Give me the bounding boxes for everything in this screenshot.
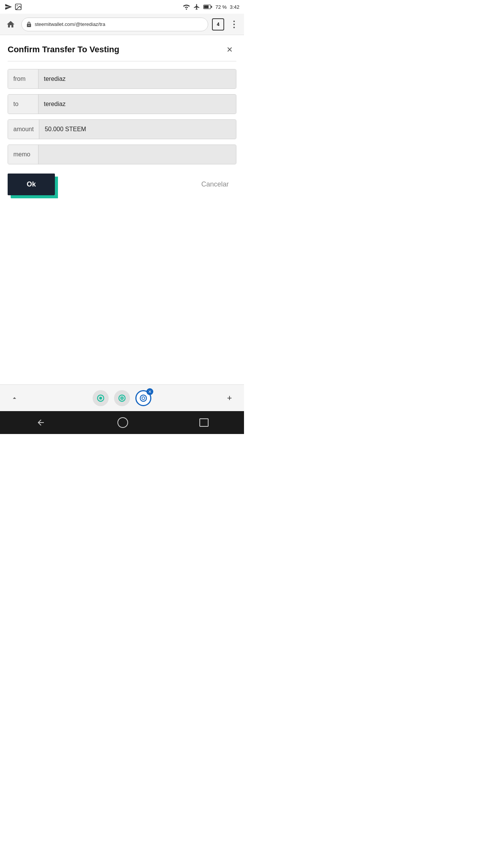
from-label: from bbox=[8, 69, 39, 88]
lock-icon bbox=[26, 21, 32, 27]
to-label: to bbox=[8, 95, 39, 114]
amount-value: 50.000 STEEM bbox=[39, 120, 236, 139]
home-button[interactable] bbox=[4, 18, 18, 31]
ok-button[interactable]: Ok bbox=[8, 174, 55, 195]
memo-row: memo bbox=[8, 145, 236, 164]
from-row: from terediaz bbox=[8, 69, 236, 89]
add-tab-button[interactable]: + bbox=[223, 391, 236, 405]
to-value: terediaz bbox=[39, 95, 236, 114]
button-row: Ok Cancelar bbox=[8, 174, 236, 195]
memo-label: memo bbox=[8, 145, 39, 164]
menu-button[interactable] bbox=[228, 18, 240, 31]
android-recent-button[interactable] bbox=[199, 418, 209, 427]
status-bar: 72 % 3:42 bbox=[0, 0, 244, 14]
tab-icon-group bbox=[93, 390, 151, 406]
to-row: to terediaz bbox=[8, 94, 236, 114]
close-button[interactable]: ✕ bbox=[223, 43, 236, 56]
menu-dot-3 bbox=[233, 27, 235, 28]
svg-rect-4 bbox=[211, 6, 212, 8]
tab-icon-2[interactable] bbox=[114, 390, 130, 406]
battery-icon bbox=[203, 4, 212, 10]
arrow-icon bbox=[5, 3, 12, 11]
svg-point-1 bbox=[17, 5, 18, 6]
svg-point-9 bbox=[140, 395, 147, 401]
url-bar[interactable]: steemitwallet.com/@terediaz/tra bbox=[21, 18, 208, 31]
svg-rect-3 bbox=[204, 5, 209, 8]
android-nav-bar bbox=[0, 411, 244, 434]
status-right: 72 % 3:42 bbox=[183, 3, 239, 10]
android-home-button[interactable] bbox=[117, 417, 128, 428]
status-left bbox=[5, 3, 22, 11]
airplane-icon bbox=[193, 3, 200, 10]
dialog-header: Confirm Transfer To Vesting ✕ bbox=[8, 43, 236, 56]
nav-bar: steemitwallet.com/@terediaz/tra 4 bbox=[0, 14, 244, 35]
amount-row: amount 50.000 STEEM bbox=[8, 119, 236, 139]
time: 3:42 bbox=[230, 4, 239, 10]
back-button[interactable] bbox=[35, 417, 46, 428]
from-value: terediaz bbox=[39, 69, 236, 88]
battery-percent: 72 % bbox=[215, 4, 227, 10]
tabs-button[interactable]: 4 bbox=[212, 18, 224, 31]
image-icon bbox=[14, 3, 22, 11]
tab-icon-3-active[interactable] bbox=[135, 390, 151, 406]
amount-label: amount bbox=[8, 120, 39, 139]
svg-point-10 bbox=[142, 397, 144, 399]
menu-dot-2 bbox=[233, 24, 235, 25]
url-text: steemitwallet.com/@terediaz/tra bbox=[35, 21, 105, 27]
tab-icon-1[interactable] bbox=[93, 390, 109, 406]
dialog-divider bbox=[8, 61, 236, 61]
cancel-button[interactable]: Cancelar bbox=[194, 177, 236, 192]
memo-value bbox=[39, 145, 236, 164]
dialog-title: Confirm Transfer To Vesting bbox=[8, 45, 119, 55]
bottom-browser-bar: + bbox=[0, 384, 244, 411]
menu-dot-1 bbox=[233, 21, 235, 22]
scroll-up-button[interactable] bbox=[8, 391, 21, 405]
confirm-dialog: Confirm Transfer To Vesting ✕ from tered… bbox=[0, 35, 244, 207]
svg-point-6 bbox=[99, 397, 102, 399]
wifi-icon bbox=[183, 4, 190, 10]
